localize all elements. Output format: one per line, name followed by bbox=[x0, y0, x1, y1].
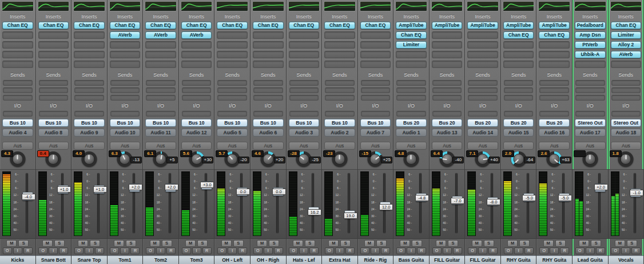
send-slot-empty[interactable] bbox=[3, 95, 33, 101]
send-slot-empty[interactable] bbox=[468, 87, 498, 93]
insert-slot-empty[interactable] bbox=[145, 51, 176, 58]
insert-slot-plugin[interactable]: Chan EQ bbox=[289, 22, 320, 29]
solo-button[interactable]: S bbox=[18, 240, 29, 247]
automation-mode-button[interactable]: Aus bbox=[217, 142, 248, 150]
track-name[interactable]: Tom3 bbox=[179, 255, 214, 264]
insert-slot-plugin[interactable]: Chan EQ bbox=[74, 22, 105, 29]
send-slot-empty[interactable] bbox=[217, 80, 247, 86]
insert-slot-empty[interactable] bbox=[432, 41, 463, 49]
automation-mode-button[interactable]: Aus bbox=[145, 142, 176, 150]
fader[interactable] bbox=[556, 171, 571, 236]
send-slot-empty[interactable] bbox=[74, 87, 104, 93]
track-name[interactable]: OH - Righ bbox=[251, 255, 286, 264]
eq-thumbnail-display[interactable] bbox=[145, 1, 177, 11]
track-name[interactable]: FILL Guitar bbox=[465, 255, 500, 264]
track-name[interactable]: FILL Guitar bbox=[430, 255, 465, 264]
eq-thumbnail-display[interactable] bbox=[109, 1, 141, 11]
automation-mode-button[interactable]: Aus bbox=[181, 142, 212, 150]
insert-slot-plugin[interactable]: Limiter bbox=[396, 41, 427, 49]
input-monitor-button[interactable]: I bbox=[514, 247, 523, 254]
record-enable-button[interactable]: R bbox=[130, 247, 140, 254]
insert-slot-plugin[interactable]: AmpliTube bbox=[467, 22, 498, 29]
track-name[interactable]: RHY Guita bbox=[501, 255, 536, 264]
mute-button[interactable]: M bbox=[615, 240, 625, 247]
insert-slot-plugin[interactable]: Amp Dsn bbox=[575, 31, 606, 39]
insert-slot-plugin[interactable]: AmpliTube bbox=[432, 22, 463, 29]
input-slot[interactable] bbox=[110, 111, 140, 117]
insert-slot-plugin[interactable]: Pedalboard bbox=[575, 22, 606, 29]
send-slot-empty[interactable] bbox=[182, 87, 212, 93]
bounce-button[interactable]: O bbox=[38, 247, 47, 254]
send-slot-empty[interactable] bbox=[325, 80, 355, 86]
eq-thumbnail-display[interactable] bbox=[2, 1, 34, 11]
bounce-button[interactable]: O bbox=[253, 247, 263, 254]
input-monitor-button[interactable]: I bbox=[120, 247, 129, 254]
bounce-button[interactable]: O bbox=[539, 247, 548, 254]
insert-slot-plugin[interactable]: AVerb bbox=[145, 31, 176, 39]
input-slot[interactable] bbox=[289, 111, 319, 117]
send-slot-empty[interactable] bbox=[182, 95, 212, 101]
insert-slot-empty[interactable] bbox=[467, 61, 498, 68]
insert-slot-empty[interactable] bbox=[396, 61, 427, 68]
record-enable-button[interactable]: R bbox=[596, 247, 605, 254]
send-slot-empty[interactable] bbox=[361, 80, 391, 86]
automation-mode-button[interactable]: Aus bbox=[467, 142, 498, 150]
send-slot-empty[interactable] bbox=[611, 95, 641, 101]
input-slot[interactable] bbox=[325, 111, 355, 117]
input-slot[interactable] bbox=[361, 111, 391, 117]
input-monitor-button[interactable]: I bbox=[299, 247, 308, 254]
insert-slot-plugin[interactable]: Uhbik-A bbox=[575, 51, 606, 58]
solo-button[interactable]: S bbox=[448, 240, 458, 247]
record-enable-button[interactable]: R bbox=[202, 247, 212, 254]
insert-slot-empty[interactable] bbox=[217, 41, 248, 49]
send-slot-empty[interactable] bbox=[74, 95, 104, 101]
send-slot-empty[interactable] bbox=[432, 87, 462, 93]
output-slot[interactable]: Bus 20 bbox=[503, 119, 534, 127]
send-slot-empty[interactable] bbox=[468, 95, 498, 101]
insert-slot-plugin[interactable]: AVerb bbox=[181, 31, 212, 39]
output-slot[interactable]: Bus 10 bbox=[2, 119, 33, 127]
input-slot[interactable] bbox=[74, 111, 104, 117]
bounce-button[interactable]: O bbox=[575, 247, 585, 254]
input-monitor-button[interactable]: I bbox=[156, 247, 165, 254]
solo-button[interactable]: S bbox=[90, 240, 100, 247]
send-slot-empty[interactable] bbox=[611, 80, 641, 86]
solo-button[interactable]: S bbox=[126, 240, 136, 247]
input-monitor-button[interactable]: I bbox=[13, 247, 22, 254]
insert-slot-empty[interactable] bbox=[324, 31, 355, 39]
solo-button[interactable]: S bbox=[162, 240, 172, 247]
insert-slot-empty[interactable] bbox=[253, 61, 284, 68]
bounce-button[interactable]: O bbox=[611, 247, 620, 254]
send-slot-empty[interactable] bbox=[253, 80, 283, 86]
bounce-button[interactable]: O bbox=[468, 247, 477, 254]
input-slot[interactable] bbox=[217, 111, 247, 117]
track-name[interactable]: Ride - Rig bbox=[358, 255, 393, 264]
input-slot[interactable] bbox=[575, 111, 605, 117]
send-slot-empty[interactable] bbox=[3, 87, 33, 93]
eq-thumbnail-display[interactable] bbox=[467, 1, 499, 11]
automation-mode-button[interactable]: Aus bbox=[289, 142, 320, 150]
input-slot[interactable] bbox=[146, 111, 176, 117]
insert-slot-empty[interactable] bbox=[467, 31, 498, 39]
send-slot-empty[interactable] bbox=[396, 87, 426, 93]
send-slot-empty[interactable] bbox=[539, 95, 569, 101]
track-name[interactable]: Tom2 bbox=[143, 255, 178, 264]
fader[interactable] bbox=[91, 171, 106, 236]
input-monitor-button[interactable]: I bbox=[407, 247, 416, 254]
input-slot[interactable] bbox=[504, 111, 534, 117]
record-enable-button[interactable]: R bbox=[560, 247, 569, 254]
automation-mode-button[interactable]: Aus bbox=[539, 142, 570, 150]
eq-thumbnail-display[interactable] bbox=[73, 1, 105, 11]
input-monitor-button[interactable]: I bbox=[478, 247, 487, 254]
input-monitor-button[interactable]: I bbox=[443, 247, 452, 254]
fader[interactable] bbox=[55, 171, 70, 236]
mute-button[interactable]: M bbox=[150, 240, 160, 247]
send-slot-empty[interactable] bbox=[39, 95, 69, 101]
insert-slot-plugin[interactable]: AmpliTube bbox=[539, 22, 570, 29]
record-enable-button[interactable]: R bbox=[59, 247, 68, 254]
mute-button[interactable]: M bbox=[257, 240, 267, 247]
solo-button[interactable]: S bbox=[54, 240, 65, 247]
fader[interactable] bbox=[306, 171, 321, 236]
insert-slot-empty[interactable] bbox=[74, 61, 105, 68]
insert-slot-empty[interactable] bbox=[539, 51, 570, 58]
